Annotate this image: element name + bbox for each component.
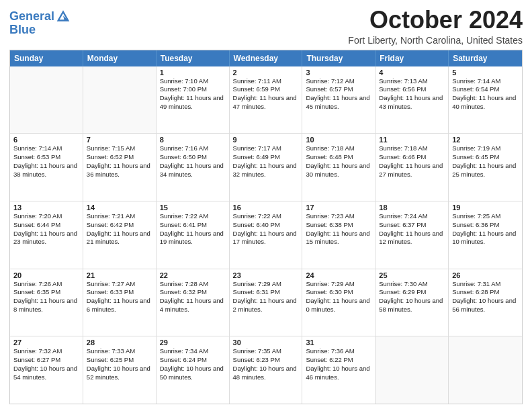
- daylight-text: Daylight: 11 hours and 45 minutes.: [306, 94, 371, 111]
- sunset-text: Sunset: 6:29 PM: [379, 288, 445, 297]
- sunset-text: Sunset: 6:35 PM: [13, 288, 79, 297]
- calendar: SundayMondayTuesdayWednesdayThursdayFrid…: [9, 50, 523, 404]
- sunset-text: Sunset: 6:38 PM: [306, 221, 371, 230]
- sunrise-text: Sunrise: 7:31 AM: [452, 280, 519, 289]
- daylight-text: Daylight: 11 hours and 6 minutes.: [87, 297, 152, 314]
- logo: General Blue: [9, 9, 71, 37]
- day-cell-13: 13Sunrise: 7:20 AMSunset: 6:44 PMDayligh…: [10, 201, 83, 269]
- day-cell-24: 24Sunrise: 7:29 AMSunset: 6:30 PMDayligh…: [302, 269, 375, 336]
- day-number: 15: [160, 203, 226, 212]
- day-cell-12: 12Sunrise: 7:19 AMSunset: 6:45 PMDayligh…: [449, 134, 522, 201]
- day-number: 7: [87, 136, 152, 144]
- calendar-row-1: 6Sunrise: 7:14 AMSunset: 6:53 PMDaylight…: [10, 133, 522, 201]
- sunset-text: Sunset: 6:23 PM: [233, 356, 299, 365]
- day-number: 12: [452, 136, 519, 144]
- day-number: 11: [379, 136, 445, 144]
- daylight-text: Daylight: 10 hours and 46 minutes.: [306, 365, 371, 382]
- sunset-text: Sunset: 6:50 PM: [160, 153, 226, 162]
- day-cell-9: 9Sunrise: 7:17 AMSunset: 6:49 PMDaylight…: [230, 134, 303, 201]
- daylight-text: Daylight: 11 hours and 8 minutes.: [13, 297, 79, 314]
- sunrise-text: Sunrise: 7:22 AM: [233, 212, 299, 221]
- sunrise-text: Sunrise: 7:29 AM: [233, 280, 299, 289]
- logo-icon: [56, 9, 71, 24]
- day-number: 8: [160, 136, 226, 144]
- day-cell-19: 19Sunrise: 7:25 AMSunset: 6:36 PMDayligh…: [449, 201, 522, 269]
- sunrise-text: Sunrise: 7:10 AM: [160, 77, 226, 86]
- sunset-text: Sunset: 6:57 PM: [306, 85, 371, 94]
- daylight-text: Daylight: 11 hours and 12 minutes.: [379, 230, 445, 247]
- day-number: 20: [13, 271, 79, 279]
- sunset-text: Sunset: 6:36 PM: [452, 221, 519, 230]
- sunrise-text: Sunrise: 7:36 AM: [306, 347, 371, 356]
- day-number: 16: [233, 203, 299, 212]
- sunset-text: Sunset: 6:40 PM: [233, 221, 299, 230]
- col-header-tuesday: Tuesday: [157, 50, 230, 66]
- sunrise-text: Sunrise: 7:14 AM: [452, 77, 519, 86]
- col-header-thursday: Thursday: [302, 50, 375, 66]
- sunrise-text: Sunrise: 7:20 AM: [13, 212, 79, 221]
- empty-cell: [83, 66, 157, 134]
- sunrise-text: Sunrise: 7:18 AM: [306, 144, 371, 153]
- sunset-text: Sunset: 6:31 PM: [233, 288, 299, 297]
- sunrise-text: Sunrise: 7:13 AM: [379, 77, 445, 86]
- sunset-text: Sunset: 6:59 PM: [233, 85, 299, 94]
- empty-cell: [449, 336, 522, 404]
- logo-blue: Blue: [9, 23, 71, 37]
- day-number: 17: [306, 203, 371, 212]
- sunrise-text: Sunrise: 7:19 AM: [452, 144, 519, 153]
- daylight-text: Daylight: 11 hours and 43 minutes.: [379, 94, 445, 111]
- sunset-text: Sunset: 6:25 PM: [87, 356, 152, 365]
- day-cell-11: 11Sunrise: 7:18 AMSunset: 6:46 PMDayligh…: [375, 134, 449, 201]
- day-cell-3: 3Sunrise: 7:12 AMSunset: 6:57 PMDaylight…: [302, 66, 375, 134]
- day-number: 23: [233, 271, 299, 279]
- sunrise-text: Sunrise: 7:16 AM: [160, 144, 226, 153]
- sunrise-text: Sunrise: 7:21 AM: [87, 212, 152, 221]
- day-number: 13: [13, 203, 79, 212]
- day-number: 31: [306, 338, 371, 347]
- daylight-text: Daylight: 10 hours and 58 minutes.: [379, 297, 445, 314]
- day-cell-14: 14Sunrise: 7:21 AMSunset: 6:42 PMDayligh…: [83, 201, 157, 269]
- day-cell-5: 5Sunrise: 7:14 AMSunset: 6:54 PMDaylight…: [449, 66, 522, 134]
- daylight-text: Daylight: 11 hours and 10 minutes.: [452, 230, 519, 247]
- day-cell-23: 23Sunrise: 7:29 AMSunset: 6:31 PMDayligh…: [230, 269, 303, 336]
- day-number: 26: [452, 271, 519, 279]
- daylight-text: Daylight: 10 hours and 56 minutes.: [452, 297, 519, 314]
- day-cell-8: 8Sunrise: 7:16 AMSunset: 6:50 PMDaylight…: [157, 134, 230, 201]
- day-cell-4: 4Sunrise: 7:13 AMSunset: 6:56 PMDaylight…: [375, 66, 449, 134]
- sunset-text: Sunset: 6:32 PM: [160, 288, 226, 297]
- sunset-text: Sunset: 6:42 PM: [87, 221, 152, 230]
- day-cell-15: 15Sunrise: 7:22 AMSunset: 6:41 PMDayligh…: [157, 201, 230, 269]
- sunset-text: Sunset: 6:44 PM: [13, 221, 79, 230]
- daylight-text: Daylight: 11 hours and 15 minutes.: [306, 230, 371, 247]
- sunrise-text: Sunrise: 7:15 AM: [87, 144, 152, 153]
- col-header-friday: Friday: [375, 50, 449, 66]
- page: General Blue October 2024 Fort Liberty, …: [0, 0, 532, 411]
- daylight-text: Daylight: 11 hours and 32 minutes.: [233, 162, 299, 179]
- day-number: 9: [233, 136, 299, 144]
- col-header-saturday: Saturday: [449, 50, 522, 66]
- logo-text: General: [9, 10, 54, 24]
- daylight-text: Daylight: 11 hours and 34 minutes.: [160, 162, 226, 179]
- daylight-text: Daylight: 10 hours and 52 minutes.: [87, 365, 152, 382]
- day-cell-16: 16Sunrise: 7:22 AMSunset: 6:40 PMDayligh…: [230, 201, 303, 269]
- calendar-row-0: 1Sunrise: 7:10 AMSunset: 7:00 PMDaylight…: [10, 66, 522, 134]
- day-number: 25: [379, 271, 445, 279]
- daylight-text: Daylight: 11 hours and 17 minutes.: [233, 230, 299, 247]
- sunset-text: Sunset: 6:48 PM: [306, 153, 371, 162]
- day-number: 24: [306, 271, 371, 279]
- sunset-text: Sunset: 6:24 PM: [160, 356, 226, 365]
- sunset-text: Sunset: 6:46 PM: [379, 153, 445, 162]
- day-cell-10: 10Sunrise: 7:18 AMSunset: 6:48 PMDayligh…: [302, 134, 375, 201]
- col-header-wednesday: Wednesday: [230, 50, 303, 66]
- day-number: 22: [160, 271, 226, 279]
- day-number: 2: [233, 68, 299, 77]
- day-cell-25: 25Sunrise: 7:30 AMSunset: 6:29 PMDayligh…: [375, 269, 449, 336]
- day-cell-18: 18Sunrise: 7:24 AMSunset: 6:37 PMDayligh…: [375, 201, 449, 269]
- day-cell-1: 1Sunrise: 7:10 AMSunset: 7:00 PMDaylight…: [157, 66, 230, 134]
- col-header-sunday: Sunday: [10, 50, 83, 66]
- day-number: 18: [379, 203, 445, 212]
- day-cell-2: 2Sunrise: 7:11 AMSunset: 6:59 PMDaylight…: [230, 66, 303, 134]
- daylight-text: Daylight: 11 hours and 0 minutes.: [306, 297, 371, 314]
- sunrise-text: Sunrise: 7:24 AM: [379, 212, 445, 221]
- daylight-text: Daylight: 11 hours and 40 minutes.: [452, 94, 519, 111]
